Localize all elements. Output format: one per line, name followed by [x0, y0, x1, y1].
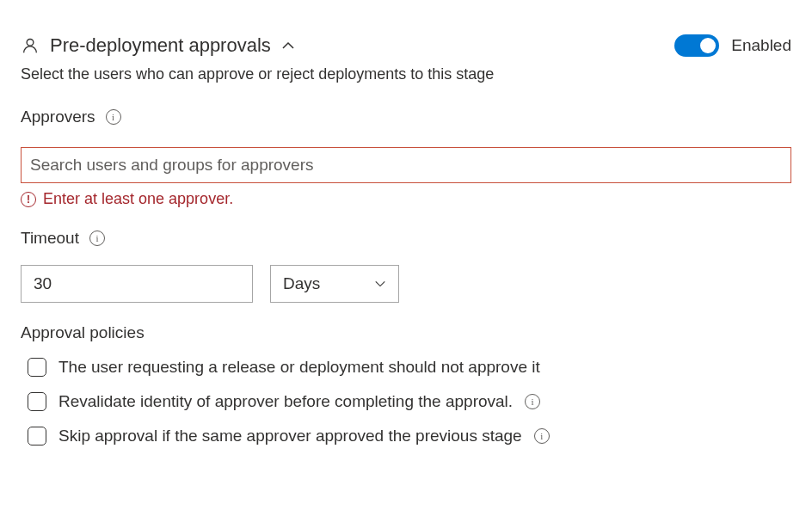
approvers-label-row: Approvers i: [21, 108, 791, 126]
timeout-label-row: Timeout i: [21, 229, 791, 248]
svg-point-0: [27, 39, 34, 46]
timeout-inputs: Days: [21, 265, 791, 303]
policy-row: Skip approval if the same approver appro…: [21, 427, 791, 445]
policy-row: Revalidate identity of approver before c…: [21, 392, 791, 411]
info-icon[interactable]: i: [525, 394, 540, 409]
timeout-unit-select[interactable]: Days: [270, 265, 399, 303]
toggle-label: Enabled: [731, 36, 791, 55]
info-icon[interactable]: i: [534, 428, 550, 444]
enable-toggle[interactable]: [674, 34, 719, 57]
info-icon[interactable]: i: [89, 230, 105, 246]
policy-row: The user requesting a release or deploym…: [21, 358, 791, 377]
chevron-up-icon: [281, 39, 295, 52]
policy-checkbox-revalidate[interactable]: [28, 392, 46, 411]
chevron-down-icon: [374, 278, 386, 290]
policy-label: Skip approval if the same approver appro…: [58, 427, 522, 445]
section-title: Pre-deployment approvals: [50, 34, 271, 57]
approvers-search-input[interactable]: [21, 147, 791, 183]
info-icon[interactable]: i: [106, 109, 121, 125]
header-title-group[interactable]: Pre-deployment approvals: [21, 34, 295, 57]
error-text: Enter at least one approver.: [43, 190, 233, 208]
enable-toggle-group: Enabled: [674, 34, 791, 57]
timeout-label: Timeout: [21, 229, 79, 248]
approvers-label: Approvers: [21, 108, 95, 126]
policy-checkbox-requester[interactable]: [28, 358, 46, 377]
user-icon: [21, 36, 40, 55]
timeout-value-input[interactable]: [21, 265, 253, 303]
section-header: Pre-deployment approvals Enabled: [21, 34, 791, 57]
toggle-knob: [700, 38, 716, 53]
timeout-unit-value: Days: [283, 274, 320, 293]
policy-label: Revalidate identity of approver before c…: [58, 392, 513, 411]
policy-checkbox-skip[interactable]: [28, 427, 46, 445]
policies-heading: Approval policies: [21, 323, 791, 342]
error-icon: !: [21, 192, 36, 207]
approvers-error: ! Enter at least one approver.: [21, 190, 791, 208]
section-description: Select the users who can approve or reje…: [21, 65, 791, 83]
policy-label: The user requesting a release or deploym…: [58, 358, 540, 377]
